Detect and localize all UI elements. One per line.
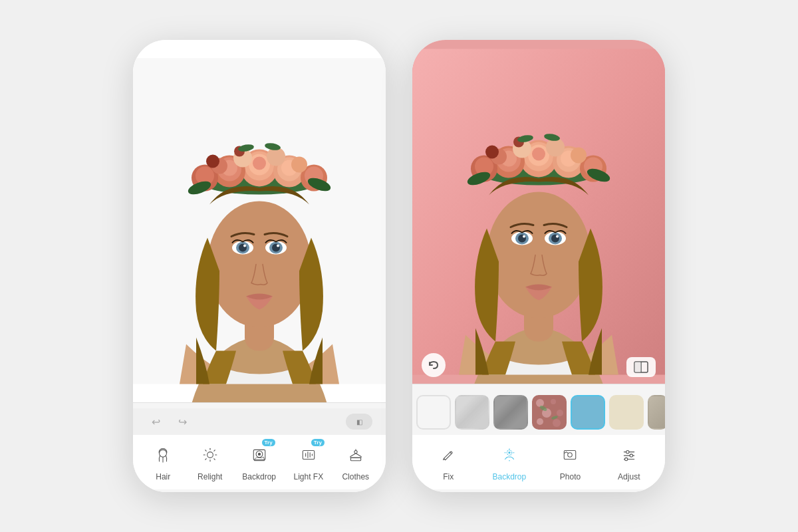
svg-point-100 — [513, 452, 515, 454]
backdrop-icon — [251, 447, 267, 463]
swatch-light-gray[interactable] — [455, 395, 489, 430]
relight-icon-wrap — [196, 440, 225, 469]
adjust-icon — [621, 447, 637, 463]
swatch-blue[interactable] — [571, 395, 605, 430]
svg-point-77 — [485, 146, 499, 159]
lightfx-badge: Try — [311, 439, 325, 446]
phones-container: ↩ ↪ ◧ — [133, 40, 665, 492]
swatch-floral[interactable] — [532, 395, 567, 430]
clothes-label: Clothes — [342, 472, 369, 481]
svg-point-91 — [537, 418, 543, 425]
tool-photo[interactable]: Photo — [555, 440, 585, 481]
hair-label: Hair — [156, 472, 170, 481]
svg-point-11 — [277, 245, 279, 247]
adjust-icon-wrap — [614, 440, 644, 469]
lightfx-label: Light FX — [294, 472, 324, 481]
backdrop-label: Backdrop — [242, 472, 276, 481]
photo-icon — [562, 447, 578, 463]
right-portrait — [412, 40, 665, 384]
backdrop-icon-wrap: Try — [245, 440, 274, 469]
svg-point-62 — [532, 148, 545, 161]
swatch-more[interactable] — [648, 395, 665, 430]
svg-point-30 — [291, 157, 307, 173]
right-photo-area — [412, 40, 665, 384]
svg-point-106 — [630, 454, 632, 457]
swatch-white[interactable] — [416, 395, 451, 430]
undo-overlay-icon — [428, 359, 440, 371]
left-tool-menu: Hair — [133, 435, 386, 489]
svg-rect-44 — [350, 458, 360, 460]
lightfx-icon-wrap: Try — [294, 440, 323, 469]
redo-icon[interactable]: ↪ — [173, 412, 192, 431]
svg-point-7 — [243, 245, 246, 247]
clothes-icon-wrap — [341, 440, 370, 469]
tool-clothes[interactable]: Clothes — [341, 440, 370, 481]
photo-label: Photo — [560, 472, 581, 481]
swatch-medium-gray[interactable] — [493, 395, 528, 430]
backdrop-badge: Try — [262, 439, 275, 446]
undo-overlay-button[interactable] — [422, 353, 446, 377]
svg-point-57 — [556, 235, 559, 238]
svg-point-31 — [206, 155, 219, 168]
scrubber-row: ↩ ↪ ◧ — [133, 408, 386, 435]
backdrop-right-label: Backdrop — [492, 472, 526, 481]
hair-icon-wrap — [148, 440, 178, 469]
svg-point-53 — [523, 235, 525, 238]
compare-overlay-button[interactable] — [626, 357, 656, 377]
tool-backdrop[interactable]: Try Backdrop — [242, 440, 276, 481]
fix-icon — [440, 447, 456, 463]
adjust-label: Adjust — [618, 472, 640, 481]
tool-backdrop-right[interactable]: Backdrop — [492, 440, 526, 481]
hair-icon — [155, 447, 171, 463]
svg-point-90 — [557, 410, 563, 416]
svg-point-88 — [551, 399, 556, 404]
relight-label: Relight — [198, 472, 222, 481]
swatch-cream[interactable] — [609, 395, 644, 430]
right-controls-bar: Fix — [412, 384, 665, 492]
svg-point-108 — [624, 458, 627, 460]
svg-point-40 — [257, 453, 260, 456]
tool-relight[interactable]: Relight — [196, 440, 225, 481]
lightfx-icon — [301, 447, 317, 463]
tool-hair[interactable]: Hair — [148, 440, 178, 481]
right-phone: Fix — [412, 40, 665, 492]
svg-point-104 — [626, 450, 628, 453]
svg-point-92 — [553, 419, 561, 427]
scrubber-arrows: ↩ ↪ — [146, 412, 192, 431]
clothes-icon — [348, 447, 364, 463]
fix-icon-wrap — [434, 440, 463, 469]
photo-icon-wrap — [555, 440, 585, 469]
compare-button[interactable]: ◧ — [346, 414, 372, 430]
svg-rect-42 — [303, 450, 314, 459]
tool-fix[interactable]: Fix — [434, 440, 463, 481]
svg-point-37 — [160, 450, 167, 457]
svg-point-96 — [508, 452, 510, 454]
svg-point-87 — [536, 399, 544, 407]
svg-point-98 — [509, 460, 510, 462]
svg-point-16 — [253, 157, 266, 170]
compare-overlay-icon — [634, 361, 648, 373]
fix-label: Fix — [443, 472, 454, 481]
relight-icon — [202, 447, 218, 463]
tool-adjust[interactable]: Adjust — [614, 440, 644, 481]
floral-pattern — [533, 396, 567, 430]
left-portrait — [133, 40, 386, 402]
right-tool-menu: Fix — [412, 435, 665, 489]
svg-rect-85 — [634, 362, 641, 372]
backdrop-right-icon-wrap — [495, 440, 524, 469]
left-phone: ↩ ↪ ◧ — [133, 40, 386, 492]
svg-point-99 — [504, 452, 505, 454]
svg-point-97 — [509, 448, 510, 450]
backdrop-swatches-row — [412, 390, 665, 435]
left-controls-bar: ↩ ↪ ◧ — [133, 402, 386, 492]
svg-point-76 — [571, 148, 587, 164]
backdrop-right-icon — [501, 447, 517, 463]
undo-icon[interactable]: ↩ — [146, 412, 165, 431]
svg-point-38 — [207, 452, 213, 458]
tool-lightfx[interactable]: Try Light FX — [294, 440, 324, 481]
left-photo-area — [133, 40, 386, 402]
